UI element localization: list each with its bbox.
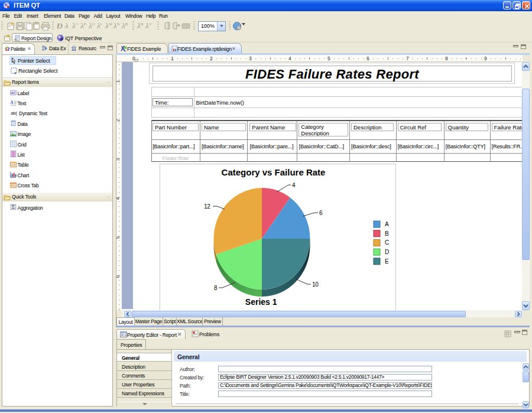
svg-text:A: A bbox=[385, 221, 389, 227]
svg-text:E: E bbox=[385, 258, 389, 265]
svg-text:abl: abl bbox=[11, 91, 15, 95]
svg-text:8: 8 bbox=[214, 285, 218, 291]
svg-text:6: 6 bbox=[319, 210, 323, 216]
svg-text:12: 12 bbox=[204, 203, 210, 210]
svg-text:Series 1: Series 1 bbox=[245, 297, 277, 307]
svg-text:10: 10 bbox=[312, 281, 319, 288]
svg-text:ab|: ab| bbox=[11, 110, 17, 116]
svg-text:B: B bbox=[385, 230, 389, 237]
svg-text:Σ: Σ bbox=[12, 204, 15, 210]
svg-text:Category vs Failure Rate: Category vs Failure Rate bbox=[222, 167, 326, 177]
svg-text:C: C bbox=[385, 239, 389, 246]
svg-text:D: D bbox=[385, 249, 389, 255]
svg-text:4: 4 bbox=[292, 182, 296, 188]
svg-text:A: A bbox=[10, 100, 14, 106]
